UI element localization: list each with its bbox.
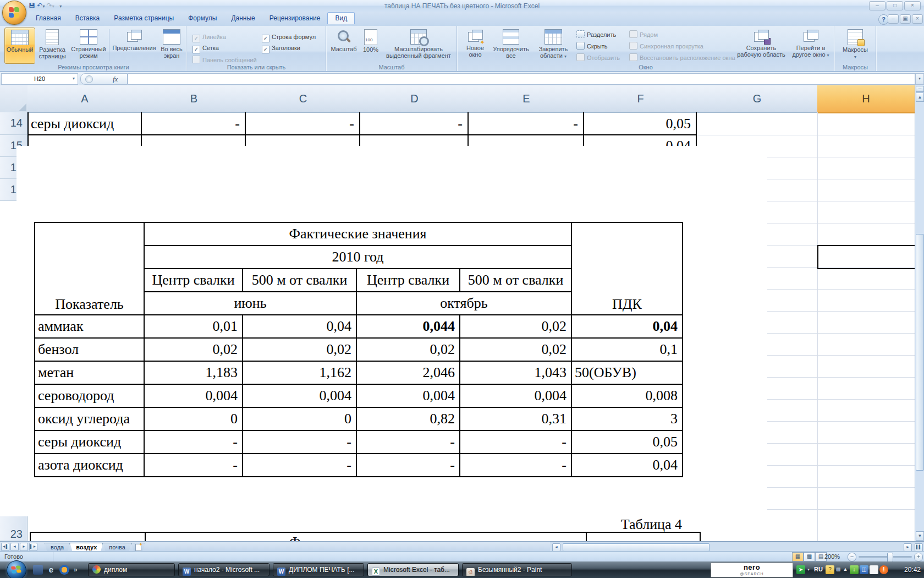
- customize-qat-button[interactable]: ▾: [59, 4, 62, 9]
- cell-d14[interactable]: -: [360, 113, 463, 135]
- column-header-e[interactable]: E: [469, 85, 585, 113]
- formula-input[interactable]: [128, 73, 915, 85]
- workbook-restore-button[interactable]: ▣: [900, 14, 911, 24]
- switch-windows-button[interactable]: Перейти в другое окно ▾: [791, 28, 831, 63]
- quick-launch-desktop-icon[interactable]: [33, 565, 43, 575]
- minimize-button[interactable]: –: [869, 1, 886, 10]
- column-header-h[interactable]: H: [817, 85, 915, 113]
- taskbar-clock[interactable]: 20:42: [904, 566, 921, 574]
- media-player-icon[interactable]: [59, 565, 69, 575]
- redo-button[interactable]: ↷▾: [47, 2, 54, 9]
- name-box-dropdown-icon[interactable]: ▼: [70, 74, 77, 83]
- tab-review[interactable]: Рецензирование: [262, 13, 328, 24]
- split-button[interactable]: Разделить: [576, 30, 616, 38]
- next-sheet-icon[interactable]: ►: [20, 543, 28, 551]
- gridlines-checkbox[interactable]: ✓Сетка: [193, 45, 219, 53]
- hide-button[interactable]: Скрыть: [576, 42, 608, 50]
- last-sheet-icon[interactable]: ▌►: [29, 543, 37, 551]
- unhide-button[interactable]: Отобразить: [576, 53, 620, 61]
- taskbar-button-word1[interactable]: Wначало2 - Microsoft ...: [178, 563, 270, 576]
- notes-icon[interactable]: [870, 565, 878, 574]
- page-layout-shortcut[interactable]: ▩: [804, 552, 815, 561]
- column-header-f[interactable]: F: [584, 85, 697, 113]
- internet-explorer-icon[interactable]: e: [46, 565, 56, 575]
- zoom-100-button[interactable]: 100 100%: [360, 28, 382, 63]
- cell-f15[interactable]: 0,04: [584, 136, 691, 146]
- tab-home[interactable]: Главная: [29, 13, 68, 24]
- workbook-close-button[interactable]: ×: [912, 14, 923, 24]
- taskbar-button-paint[interactable]: 🎨︎Безымянный2 - Paint: [462, 563, 572, 576]
- zoom-out-button[interactable]: −: [848, 553, 856, 561]
- tray-misc-icon[interactable]: ▩: [835, 565, 841, 574]
- language-indicator[interactable]: RU: [812, 565, 824, 574]
- nero-search-deskband[interactable]: nero @SEARCH: [711, 563, 793, 577]
- tray-arrow-icon[interactable]: ➤: [796, 565, 805, 574]
- selected-cell-h20[interactable]: [817, 245, 916, 269]
- freeze-panes-button[interactable]: Закрепить области ▾: [532, 28, 574, 63]
- quick-launch-overflow-chevron[interactable]: »: [74, 566, 78, 574]
- formula-bar-checkbox[interactable]: ✓Строка формул: [262, 34, 316, 42]
- office-button[interactable]: [2, 1, 26, 25]
- tab-insert[interactable]: Вставка: [68, 13, 107, 24]
- zoom-level[interactable]: 200%: [824, 553, 840, 560]
- vertical-scroll-thumb[interactable]: [916, 234, 924, 471]
- show-hidden-icons[interactable]: ▲: [842, 565, 849, 574]
- full-screen-button[interactable]: Во весь экран: [158, 28, 185, 63]
- download-manager-icon[interactable]: ↓: [850, 565, 859, 574]
- name-box[interactable]: H20: [1, 73, 78, 85]
- synchronous-scrolling-button[interactable]: Синхронная прокрутка: [629, 42, 703, 50]
- row-header-23[interactable]: 23: [0, 516, 28, 541]
- macros-button[interactable]: Макросы ▾: [838, 28, 872, 63]
- save-workspace-button[interactable]: Сохранить рабочую область: [734, 28, 789, 63]
- fx-icon[interactable]: fx: [113, 75, 118, 84]
- normal-view-button[interactable]: Обычный: [4, 28, 35, 64]
- select-all-corner[interactable]: [0, 85, 28, 113]
- scrollbar-split-handle[interactable]: ─: [916, 86, 924, 92]
- column-header-b[interactable]: B: [142, 85, 246, 113]
- view-side-by-side-button[interactable]: Рядом: [629, 30, 658, 38]
- taskbar-button-diplom[interactable]: диплом: [88, 563, 175, 576]
- cell-b14[interactable]: -: [142, 113, 240, 135]
- network-icon[interactable]: ◫: [860, 565, 868, 574]
- column-header-g[interactable]: G: [697, 85, 818, 113]
- custom-views-button[interactable]: Представления: [111, 28, 157, 63]
- taskbar-button-excel[interactable]: XMicrosoft Excel - таб...: [367, 563, 459, 576]
- row-header-14[interactable]: 14: [0, 112, 28, 135]
- zoom-slider-thumb[interactable]: [887, 553, 893, 562]
- headings-checkbox[interactable]: ✓Заголовки: [262, 45, 300, 53]
- new-window-button[interactable]: ✦ Новое окно: [461, 28, 490, 63]
- cell-c14[interactable]: -: [246, 113, 354, 135]
- taskbar-button-word2[interactable]: WДИПЛОМ ПЕЧАТЬ [...: [273, 563, 364, 576]
- tray-dropdown-icon[interactable]: ▾: [806, 565, 811, 574]
- arrange-all-button[interactable]: Упорядочить все: [492, 28, 530, 63]
- workbook-minimize-button[interactable]: –: [888, 14, 899, 24]
- tab-page-layout[interactable]: Разметка страницы: [107, 13, 181, 24]
- ruler-checkbox[interactable]: ✓Линейка: [193, 34, 226, 42]
- vertical-scrollbar[interactable]: ─ ▲ ▼: [915, 85, 924, 541]
- close-button[interactable]: ×: [904, 1, 921, 10]
- message-bar-checkbox[interactable]: Панель сообщений: [193, 56, 257, 63]
- column-header-c[interactable]: C: [246, 85, 361, 113]
- horizontal-scroll-thumb[interactable]: [563, 543, 710, 552]
- zoom-to-selection-button[interactable]: Масштабировать выделенный фрагмент: [384, 28, 453, 63]
- prev-sheet-icon[interactable]: ◄: [10, 543, 19, 551]
- expand-formula-bar-icon[interactable]: ▾: [915, 73, 924, 85]
- start-button[interactable]: [7, 560, 26, 578]
- normal-view-shortcut[interactable]: ▦: [792, 552, 804, 561]
- tab-formulas[interactable]: Формулы: [181, 13, 224, 24]
- cell-f14[interactable]: 0,05: [584, 113, 691, 135]
- zoom-in-button[interactable]: +: [914, 553, 923, 561]
- tab-view[interactable]: Вид: [327, 12, 355, 24]
- save-button[interactable]: 💾︎: [29, 2, 35, 9]
- alert-icon[interactable]: !: [879, 565, 888, 574]
- zoom-button[interactable]: Масштаб: [330, 28, 358, 63]
- column-header-d[interactable]: D: [360, 85, 469, 113]
- cell-e14[interactable]: -: [469, 113, 578, 135]
- column-header-a[interactable]: A: [28, 85, 142, 113]
- undo-button[interactable]: ↶▾: [37, 2, 45, 9]
- scroll-down-icon[interactable]: ▼: [916, 531, 924, 541]
- page-break-view-button[interactable]: Страничный режим: [70, 28, 107, 63]
- tab-data[interactable]: Данные: [224, 13, 262, 24]
- maximize-button[interactable]: □: [887, 1, 903, 10]
- zoom-slider[interactable]: [859, 556, 912, 558]
